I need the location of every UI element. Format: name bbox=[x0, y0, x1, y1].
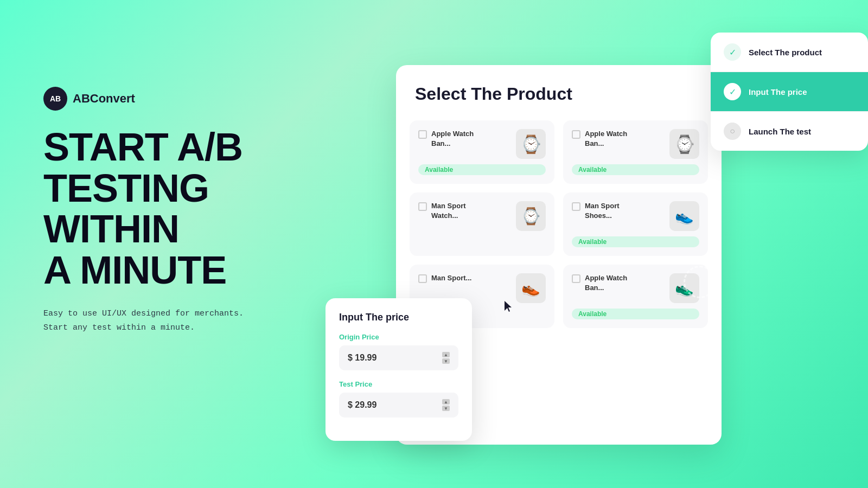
product-item-top: Man SportWatch... ⌚ bbox=[418, 201, 546, 231]
ui-area: ✓ Select The product ✓ Input The price ○… bbox=[326, 33, 868, 477]
deco-circle bbox=[684, 266, 716, 298]
product-checkbox[interactable] bbox=[572, 202, 580, 211]
step-launch-test[interactable]: ○ Launch The test bbox=[711, 112, 868, 151]
product-image: 👟 bbox=[516, 273, 546, 303]
product-card-title-text: Select The Product bbox=[415, 84, 572, 104]
subtext-line2: Start any test within a minute. bbox=[43, 321, 293, 335]
subtext-line1: Easy to use UI/UX designed for merchants… bbox=[43, 307, 293, 321]
product-card-title: Select The Product bbox=[396, 65, 722, 115]
product-name: Man SportWatch... bbox=[431, 201, 466, 221]
logo-name: ABConvert bbox=[73, 92, 135, 106]
product-item[interactable]: Apple WatchBan... ⌚ Available bbox=[563, 120, 708, 184]
origin-price-input[interactable]: $ 19.99 ▲ ▼ bbox=[339, 345, 458, 370]
step-active-icon: ✓ bbox=[724, 83, 741, 100]
test-price-label: Test Price bbox=[339, 380, 458, 388]
product-item-top: Apple WatchBan... ⌚ bbox=[572, 129, 699, 159]
stepper-down-test[interactable]: ▼ bbox=[442, 406, 450, 411]
product-checkbox[interactable] bbox=[572, 130, 580, 139]
available-badge: Available bbox=[572, 236, 699, 247]
product-item-left: Man SportWatch... bbox=[418, 201, 466, 221]
product-item[interactable]: Man SportShoes... 👟 Available bbox=[563, 192, 708, 256]
product-name: Apple WatchBan... bbox=[585, 273, 627, 293]
headline-line1: START A/B bbox=[43, 127, 293, 168]
product-name: Man Sport... bbox=[431, 273, 471, 283]
left-panel: AB ABConvert START A/B TESTING WITHIN A … bbox=[43, 87, 293, 335]
stepper-up-test[interactable]: ▲ bbox=[442, 399, 450, 404]
product-name: Man SportShoes... bbox=[585, 201, 620, 221]
logo-icon: AB bbox=[43, 87, 67, 111]
test-price-value: $ 29.99 bbox=[348, 400, 376, 410]
test-price-stepper[interactable]: ▲ ▼ bbox=[442, 399, 450, 411]
product-item-top: Man SportShoes... 👟 bbox=[572, 201, 699, 231]
stepper-up[interactable]: ▲ bbox=[442, 352, 450, 357]
product-checkbox[interactable] bbox=[418, 130, 427, 139]
available-badge: Available bbox=[572, 309, 699, 319]
product-checkbox[interactable] bbox=[418, 274, 427, 283]
test-price-input[interactable]: $ 29.99 ▲ ▼ bbox=[339, 393, 458, 418]
product-name: Apple WatchBan... bbox=[431, 129, 474, 149]
available-badge: Available bbox=[418, 164, 546, 175]
logo-icon-text: AB bbox=[50, 94, 61, 103]
product-image: ⌚ bbox=[669, 129, 699, 159]
subtext: Easy to use UI/UX designed for merchants… bbox=[43, 307, 293, 335]
product-image: 👟 bbox=[669, 201, 699, 231]
product-item-left: Man Sport... bbox=[418, 273, 471, 283]
product-item-top: Apple WatchBan... 👟 bbox=[572, 273, 699, 303]
product-image: ⌚ bbox=[516, 201, 546, 231]
cursor-indicator bbox=[505, 301, 515, 312]
step-done-icon: ✓ bbox=[724, 43, 741, 61]
step-label-2: Input The price bbox=[749, 87, 807, 97]
stepper-down[interactable]: ▼ bbox=[442, 358, 450, 364]
origin-price-label: Origin Price bbox=[339, 333, 458, 341]
product-checkbox[interactable] bbox=[418, 202, 427, 211]
product-image: ⌚ bbox=[516, 129, 546, 159]
product-item-left: Apple WatchBan... bbox=[572, 129, 627, 149]
headline-line2: TESTING bbox=[43, 168, 293, 209]
logo-row: AB ABConvert bbox=[43, 87, 293, 111]
headline-line3: WITHIN bbox=[43, 209, 293, 250]
step-label-3: Launch The test bbox=[749, 127, 811, 136]
step-label-1: Select The product bbox=[749, 48, 822, 57]
step-select-product[interactable]: ✓ Select The product bbox=[711, 33, 868, 72]
price-card-title: Input The price bbox=[339, 312, 458, 323]
origin-price-stepper[interactable]: ▲ ▼ bbox=[442, 352, 450, 364]
product-item-left: Apple WatchBan... bbox=[572, 273, 627, 293]
product-item-top: Apple WatchBan... ⌚ bbox=[418, 129, 546, 159]
product-item-left: Man SportShoes... bbox=[572, 201, 620, 221]
product-item[interactable]: Apple WatchBan... ⌚ Available bbox=[410, 120, 554, 184]
step-pending-icon: ○ bbox=[724, 123, 741, 140]
product-name: Apple WatchBan... bbox=[585, 129, 627, 149]
headline: START A/B TESTING WITHIN A MINUTE bbox=[43, 127, 293, 291]
price-input-card: Input The price Origin Price $ 19.99 ▲ ▼… bbox=[326, 298, 472, 441]
product-checkbox[interactable] bbox=[572, 274, 580, 283]
product-item-left: Apple WatchBan... bbox=[418, 129, 474, 149]
step-input-price[interactable]: ✓ Input The price bbox=[711, 72, 868, 112]
headline-line4: A MINUTE bbox=[43, 250, 293, 291]
available-badge: Available bbox=[572, 164, 699, 175]
steps-panel: ✓ Select The product ✓ Input The price ○… bbox=[711, 33, 868, 151]
product-item[interactable]: Man SportWatch... ⌚ bbox=[410, 192, 554, 256]
origin-price-value: $ 19.99 bbox=[348, 353, 376, 363]
